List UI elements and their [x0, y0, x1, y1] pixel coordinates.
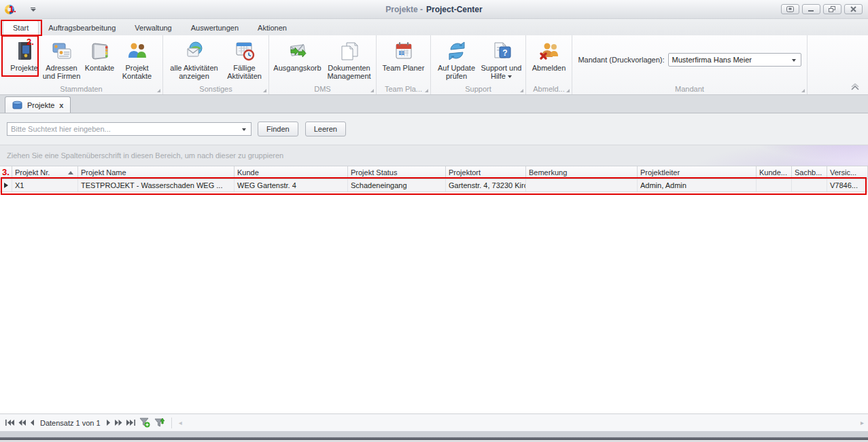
- quick-access-dropdown[interactable]: [30, 7, 36, 12]
- column-header-projekt-name[interactable]: Projekt Name: [78, 166, 235, 179]
- filter-add-button[interactable]: [139, 418, 150, 428]
- kontakte-button[interactable]: Kontakte: [82, 38, 118, 72]
- dialog-launcher-icon[interactable]: [263, 89, 266, 92]
- annotation-step-2: 2.: [27, 37, 34, 47]
- nav-prev-button[interactable]: [30, 420, 34, 426]
- button-label: Auf Update prüfen: [434, 64, 480, 80]
- calendar-icon: [393, 40, 415, 62]
- button-label: alle Aktivitäten anzeigen: [166, 64, 223, 80]
- ribbon-group-sonstiges: alle Aktivitäten anzeigen Fällige Aktivi…: [163, 35, 269, 94]
- ribbon-group-team-planer: Team Planer Team Pla...: [377, 35, 431, 94]
- search-dropdown-arrow-icon[interactable]: [242, 128, 246, 131]
- document-tab-projekte[interactable]: Projekte x: [5, 96, 71, 113]
- support-und-hilfe-button[interactable]: ? Support und Hilfe: [480, 38, 523, 80]
- dialog-launcher-icon[interactable]: [157, 89, 160, 92]
- search-combobox: [7, 122, 251, 136]
- clear-button[interactable]: Leeren: [305, 122, 346, 136]
- ribbon-group-support: Auf Update prüfen ? Support und Hilfe Su…: [431, 35, 526, 94]
- ribbon-filler: [808, 35, 868, 94]
- window-controls: [781, 4, 863, 14]
- mandant-combobox[interactable]: Musterfirma Hans Meier: [668, 53, 801, 67]
- projekt-kontakte-button[interactable]: Projekt Kontakte: [118, 38, 156, 80]
- faellige-aktivitaeten-button[interactable]: Fällige Aktivitäten: [223, 38, 266, 80]
- dialog-launcher-icon[interactable]: [370, 89, 374, 92]
- cell-versicherung: V7846...: [827, 179, 868, 191]
- ribbon-tab-verwaltung[interactable]: Verwaltung: [125, 21, 181, 35]
- table-row[interactable]: X1 TESTPROJEKT - Wasserschaden WEG ... W…: [0, 179, 868, 192]
- combo-arrow-icon: [792, 59, 796, 62]
- group-by-bar[interactable]: Ziehen Sie eine Spaltenüberschrift in di…: [0, 145, 868, 166]
- ausgangskorb-button[interactable]: Ausgangskorb: [271, 38, 324, 72]
- button-label: Fällige Aktivitäten: [223, 64, 266, 80]
- column-header-sachbearbeiter[interactable]: Sachb...: [792, 166, 827, 179]
- hscroll-right-arrow[interactable]: ▸: [861, 419, 864, 426]
- filter-edit-button[interactable]: [154, 418, 165, 428]
- column-header-projekt-nr[interactable]: Projekt Nr.: [12, 166, 78, 179]
- button-label: Projekt Kontakte: [118, 64, 156, 80]
- ribbon-tab-bar: Start Auftragsbearbeitung Verwaltung Aus…: [0, 19, 868, 35]
- button-label: Dokumenten Management: [324, 64, 375, 80]
- projekte-button[interactable]: Projekte: [7, 38, 42, 72]
- tab-close-icon[interactable]: x: [59, 101, 63, 109]
- bottom-strip: [0, 431, 868, 437]
- nav-first-button[interactable]: [5, 420, 14, 426]
- nav-next-button[interactable]: [107, 420, 111, 426]
- alle-aktivitaeten-button[interactable]: alle Aktivitäten anzeigen: [166, 38, 223, 80]
- ribbon-tab-auftragsbearbeitung[interactable]: Auftragsbearbeitung: [39, 21, 125, 35]
- fullscreen-button[interactable]: [781, 4, 799, 14]
- group-caption: Abmeld...: [526, 83, 572, 94]
- adressen-und-firmen-button[interactable]: Adressen und Firmen: [42, 38, 82, 80]
- help-icon: ?: [491, 40, 513, 62]
- column-header-projektort[interactable]: Projektort: [446, 166, 526, 179]
- minimize-button[interactable]: [802, 4, 820, 14]
- find-button[interactable]: Finden: [258, 122, 298, 136]
- group-caption: Stammdaten: [0, 83, 162, 94]
- dialog-launcher-icon[interactable]: [520, 89, 523, 92]
- button-label: Projekte: [10, 64, 37, 72]
- column-header-bemerkung[interactable]: Bemerkung: [526, 166, 638, 179]
- dialog-launcher-icon[interactable]: [566, 89, 570, 92]
- dropdown-arrow-icon: [508, 75, 512, 78]
- cell-kunde2: [757, 179, 792, 191]
- button-label: Team Planer: [383, 64, 425, 72]
- cell-projekt-nr: X1: [12, 179, 78, 191]
- update-refresh-icon: [446, 40, 468, 62]
- close-button[interactable]: [844, 4, 863, 14]
- mandant-label: Mandant (Druckvorlagen):: [578, 56, 664, 64]
- cell-projekt-name: TESTPROJEKT - Wasserschaden WEG ...: [78, 179, 235, 191]
- column-header-kunde[interactable]: Kunde: [235, 166, 348, 179]
- dialog-launcher-icon[interactable]: [801, 89, 805, 92]
- group-caption: Team Pla...: [377, 83, 430, 94]
- auf-update-pruefen-button[interactable]: Auf Update prüfen: [434, 38, 480, 80]
- restore-button[interactable]: [823, 4, 841, 14]
- ribbon: Projekte Adressen und Firmen: [0, 35, 868, 95]
- column-header-projekt-status[interactable]: Projekt Status: [348, 166, 446, 179]
- cell-projekt-status: Schadeneingang: [348, 179, 446, 191]
- hscroll-left-arrow[interactable]: ◂: [179, 419, 182, 426]
- collapse-ribbon-icon[interactable]: [850, 84, 860, 90]
- group-caption: DMS: [269, 83, 376, 94]
- document-tab-bar: Projekte x: [0, 95, 868, 113]
- abmelden-button[interactable]: Abmelden: [529, 38, 570, 72]
- annotation-step-3: 3.: [2, 167, 10, 177]
- nav-last-button[interactable]: [126, 420, 135, 426]
- ribbon-group-abmelden: Abmelden Abmeld...: [526, 35, 572, 94]
- annotation-step-1: 1.: [9, 4, 16, 14]
- nav-prev-page-button[interactable]: [18, 420, 26, 426]
- row-focus-arrow-icon: [4, 183, 8, 188]
- globe-mail-icon: [184, 40, 205, 62]
- column-header-versicherung[interactable]: Versic...: [827, 166, 868, 179]
- column-header-kunde2[interactable]: Kunde...: [757, 166, 792, 179]
- team-planer-button[interactable]: Team Planer: [379, 38, 428, 72]
- column-header-projektleiter[interactable]: Projektleiter: [638, 166, 757, 179]
- ribbon-tab-auswertungen[interactable]: Auswertungen: [181, 21, 248, 35]
- cell-sachbearbeiter: [792, 179, 827, 191]
- grid-empty-area: [0, 192, 868, 413]
- dialog-launcher-icon[interactable]: [425, 89, 428, 92]
- nav-next-page-button[interactable]: [115, 420, 122, 426]
- group-caption: Support: [431, 83, 525, 94]
- ribbon-tab-start[interactable]: Start: [3, 20, 39, 35]
- ribbon-tab-aktionen[interactable]: Aktionen: [248, 21, 296, 35]
- dokumenten-management-button[interactable]: Dokumenten Management: [324, 38, 375, 80]
- search-input[interactable]: [7, 124, 235, 134]
